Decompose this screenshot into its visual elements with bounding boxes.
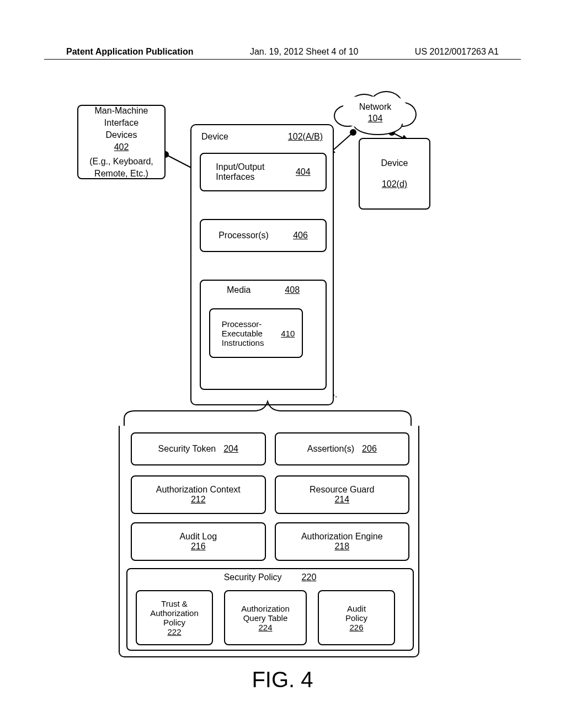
res-guard-ref: 214 [334,495,349,505]
audit-log-box: Audit Log 216 [131,522,266,561]
trust-auth-policy-box: Trust & Authorization Policy 222 [136,590,213,645]
mm-line5: Remote, Etc.) [83,169,160,179]
audit-log-ref: 216 [191,542,206,552]
media-label: Media [227,285,251,295]
io-label: Input/Output Interfaces [216,162,276,182]
pei-box: Processor-Executable Instructions 410 [209,308,303,358]
device-ab-label: Device [201,132,228,142]
device-d-box: Device 102(d) [359,138,430,210]
lower-panel: Security Token 204 Assertion(s) 206 Auth… [119,426,419,657]
header-date-sheet: Jan. 19, 2012 Sheet 4 of 10 [250,47,359,57]
trust-l2: Authorization [150,608,199,618]
audit-policy-box: Audit Policy 226 [318,590,395,645]
auth-query-table-box: Authorization Query Table 224 [224,590,307,645]
mm-ref: 402 [83,142,160,152]
network-cloud: Network 104 [331,88,419,138]
security-token-box: Security Token 204 [131,432,266,465]
security-policy-box: Security Policy 220 Trust & Authorizatio… [126,568,414,651]
trust-l1: Trust & [161,599,188,608]
auth-context-box: Authorization Context 212 [131,475,266,514]
trust-l3: Policy [163,618,185,627]
pei-ref: 410 [281,329,295,338]
header-publication: Patent Application Publication [66,47,194,57]
proc-ref: 406 [293,231,308,240]
auth-ctx-ref: 212 [191,495,206,505]
res-guard-label: Resource Guard [310,485,374,495]
io-interfaces-box: Input/Output Interfaces 404 [200,153,327,191]
mm-line1: Man-Machine [83,106,160,116]
pei-label: Processor-Executable Instructions [217,319,267,347]
proc-label: Processor(s) [218,231,269,240]
assertions-ref: 206 [362,444,377,454]
sec-policy-ref: 220 [302,572,317,582]
auth-eng-ref: 218 [334,542,349,552]
network-label: Network [331,102,419,112]
media-ref: 408 [285,285,300,295]
network-ref: 104 [331,114,419,124]
resource-guard-box: Resource Guard 214 [275,475,410,514]
device-d-ref: 102(d) [364,179,425,189]
sec-token-label: Security Token [158,444,216,454]
audit-pol-l1: Audit [347,604,366,613]
header-divider [44,59,521,60]
auth-eng-label: Authorization Engine [301,532,383,542]
audit-pol-ref: 226 [349,623,363,632]
device-ab-box: Device 102(A/B) Input/Output Interfaces … [190,124,334,405]
aqt-l2: Query Table [243,613,288,623]
curly-brace [121,397,414,430]
processors-box: Processor(s) 406 [200,219,327,252]
io-ref: 404 [296,167,311,177]
figure-label: FIG. 4 [66,667,499,692]
mm-line3: Devices [83,130,160,140]
page-header: Patent Application Publication Jan. 19, … [0,47,565,57]
trust-ref: 222 [167,627,181,636]
sec-token-ref: 204 [223,444,238,454]
aqt-ref: 224 [258,623,272,632]
audit-pol-l2: Policy [345,613,367,623]
assertions-box: Assertion(s) 206 [275,432,410,465]
audit-log-label: Audit Log [179,532,217,542]
auth-engine-box: Authorization Engine 218 [275,522,410,561]
mm-line4: (E.g., Keyboard, [83,157,160,167]
figure-diagram: Network 104 Man-Machine Interface Device… [66,88,499,695]
device-ab-ref: 102(A/B) [288,132,323,142]
mm-line2: Interface [83,118,160,128]
device-d-label: Device [364,158,425,168]
header-patent-number: US 2012/0017263 A1 [415,47,499,57]
media-box: Media 408 Processor-Executable Instructi… [200,280,327,390]
assertions-label: Assertion(s) [307,444,354,454]
auth-ctx-label: Authorization Context [156,485,241,495]
sec-policy-label: Security Policy [224,572,282,582]
man-machine-interface-box: Man-Machine Interface Devices 402 (E.g.,… [77,105,166,179]
aqt-l1: Authorization [241,604,290,613]
